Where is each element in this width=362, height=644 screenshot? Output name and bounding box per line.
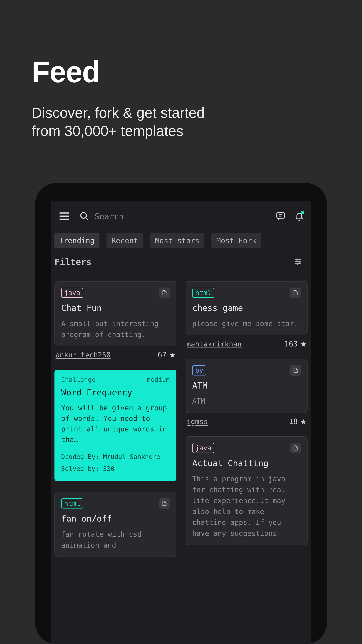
stars-count: 67 bbox=[158, 350, 167, 359]
language-badge: java bbox=[61, 288, 83, 298]
filters-label: Filters bbox=[54, 257, 92, 267]
stars-count: 163 bbox=[284, 340, 298, 348]
challenge-difficulty: medium bbox=[147, 376, 170, 383]
feed-grid: java Chat Fun A small but interesting pr… bbox=[51, 274, 311, 557]
star-icon bbox=[300, 418, 307, 425]
hamburger-menu-icon[interactable] bbox=[58, 210, 70, 223]
svg-point-3 bbox=[81, 213, 86, 218]
feed-item: java Chat Fun A small but interesting pr… bbox=[54, 281, 177, 359]
project-title: ATM bbox=[192, 380, 301, 390]
project-description: fan rotate with csd animation and bbox=[61, 529, 170, 550]
svg-point-11 bbox=[296, 259, 297, 260]
challenge-badge: Challenge bbox=[61, 376, 95, 383]
challenge-dcoded-by: Dcoded By: Mrudul Sankhere bbox=[61, 451, 170, 463]
project-author[interactable]: mahtakrimkhan bbox=[187, 340, 242, 348]
feed-column-left: java Chat Fun A small but interesting pr… bbox=[54, 281, 177, 557]
star-icon bbox=[300, 341, 307, 347]
svg-point-13 bbox=[297, 263, 298, 264]
challenge-card[interactable]: Challenge medium Word Frequency You will… bbox=[54, 370, 177, 481]
chat-icon[interactable] bbox=[276, 211, 286, 222]
project-card[interactable]: html chess game please give me some star… bbox=[185, 281, 308, 335]
project-title: Actual Chatting bbox=[192, 458, 301, 468]
feed-item: html fan on/off fan rotate with csd anim… bbox=[54, 492, 177, 557]
star-icon bbox=[169, 352, 175, 358]
feed-item: html chess game please give me some star… bbox=[185, 281, 308, 348]
svg-point-12 bbox=[299, 261, 300, 262]
language-badge: java bbox=[192, 443, 214, 453]
filters-row: Filters bbox=[51, 252, 311, 274]
filter-options-icon[interactable] bbox=[294, 258, 302, 266]
project-description: ATM bbox=[192, 396, 301, 407]
language-badge: html bbox=[192, 288, 214, 298]
project-description: please give me some star. bbox=[192, 318, 301, 329]
page-title: Feed bbox=[32, 54, 100, 89]
project-description: This a program in java for chatting with… bbox=[192, 473, 301, 539]
project-title: chess game bbox=[192, 303, 301, 313]
svg-rect-5 bbox=[277, 213, 285, 218]
subtitle-line-2: from 30,000+ templates bbox=[32, 123, 183, 139]
stars-count: 18 bbox=[289, 417, 298, 426]
project-stars: 163 bbox=[284, 340, 307, 348]
tab-recent[interactable]: Recent bbox=[107, 233, 143, 248]
svg-line-4 bbox=[86, 218, 88, 220]
project-card[interactable]: java Actual Chatting This a program in j… bbox=[185, 436, 308, 545]
project-stars: 18 bbox=[289, 417, 307, 426]
tab-most-forked[interactable]: Most Fork bbox=[211, 233, 261, 248]
top-bar bbox=[51, 202, 311, 232]
project-title: fan on/off bbox=[61, 514, 170, 524]
page-subtitle: Discover, fork & get started from 30,000… bbox=[32, 104, 204, 140]
phone-frame: Trending Recent Most stars Most Fork Fil… bbox=[35, 183, 327, 644]
file-icon[interactable] bbox=[159, 498, 170, 509]
file-icon[interactable] bbox=[290, 443, 301, 453]
bell-icon bbox=[295, 218, 304, 222]
subtitle-line-1: Discover, fork & get started bbox=[32, 105, 204, 121]
file-icon[interactable] bbox=[290, 365, 301, 376]
project-stars: 67 bbox=[158, 350, 175, 359]
language-badge: html bbox=[61, 498, 83, 508]
search-field[interactable] bbox=[79, 211, 267, 222]
project-title: Chat Fun bbox=[61, 303, 170, 313]
tab-trending[interactable]: Trending bbox=[54, 233, 99, 248]
feed-item: java Actual Chatting This a program in j… bbox=[185, 436, 308, 545]
search-input[interactable] bbox=[95, 212, 198, 221]
project-card[interactable]: py ATM ATM bbox=[185, 359, 308, 413]
file-icon[interactable] bbox=[159, 288, 170, 298]
feed-item: py ATM ATM igmss 18 bbox=[185, 359, 308, 426]
challenge-solved-by: Solved by: 330 bbox=[61, 463, 170, 475]
challenge-description: You will be given a group of words. You … bbox=[61, 402, 170, 445]
project-author[interactable]: igmss bbox=[187, 418, 208, 426]
project-card[interactable]: java Chat Fun A small but interesting pr… bbox=[54, 281, 177, 346]
file-icon[interactable] bbox=[290, 288, 301, 298]
language-badge: py bbox=[192, 365, 206, 376]
search-icon bbox=[79, 211, 89, 222]
notifications-button[interactable] bbox=[295, 211, 304, 222]
project-description: A small but interesting program of chatt… bbox=[61, 318, 170, 340]
challenge-title: Word Frequency bbox=[61, 388, 170, 397]
feed-column-right: html chess game please give me some star… bbox=[185, 281, 308, 557]
phone-screen: Trending Recent Most stars Most Fork Fil… bbox=[51, 202, 311, 644]
tab-most-stars[interactable]: Most stars bbox=[150, 233, 204, 248]
notification-dot bbox=[301, 210, 304, 214]
project-author[interactable]: ankur_tech258 bbox=[55, 351, 111, 359]
project-card[interactable]: html fan on/off fan rotate with csd anim… bbox=[54, 492, 177, 557]
tabs-row: Trending Recent Most stars Most Fork bbox=[51, 232, 311, 252]
